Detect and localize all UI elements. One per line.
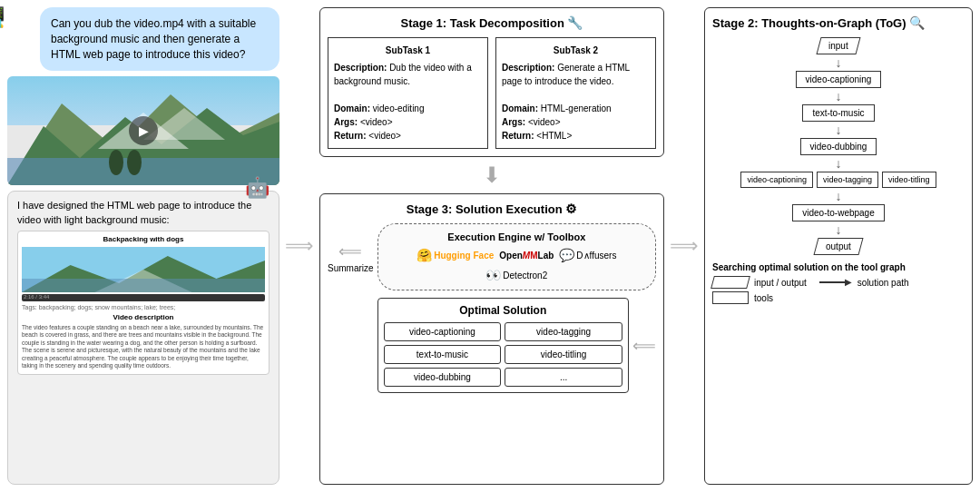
legend-arrow-line (819, 281, 847, 283)
subtask1-desc: Description: Dub the video with a backgr… (334, 61, 482, 88)
search-icon: 🔍 (909, 15, 925, 30)
tog-node-vdub: video-dubbing (800, 138, 877, 155)
tog-branch-row: video-captioning video-tagging video-tit… (740, 172, 936, 188)
stage2-title: Stage 2: Thoughts-on-Graph (ToG) 🔍 (712, 15, 965, 30)
legend-arrow-item: solution path (819, 278, 909, 288)
tog-node-t2m: text-to-music (802, 104, 874, 122)
wrench-icon: 🔧 (567, 15, 583, 30)
tog-node-vcap2: video-captioning (740, 172, 813, 188)
legend-title: Searching optimal solution on the tool g… (712, 262, 965, 272)
tog-node-v2web: video-to-webpage (792, 204, 885, 221)
subtask1-box: SubTask 1 Description: Dub the video wit… (328, 37, 488, 149)
left-column: 🧑‍💻 Can you dub the video.mp4 with a sui… (7, 7, 279, 485)
logo-diffusers: 💬 D∧ffusers (559, 248, 616, 262)
engine-title: Execution Engine w/ Toolbox (389, 231, 644, 242)
tog-arrow-1: ↓ (836, 56, 842, 69)
tog-arrow-6: ↓ (836, 223, 842, 236)
legend-arrow-label: solution path (858, 278, 909, 288)
hf-emoji: 🤗 (416, 248, 432, 262)
subtask1-domain: Domain: video-editing (334, 102, 482, 115)
svg-point-6 (127, 150, 142, 175)
legend-row-2: tools (712, 291, 965, 304)
middle-column: Stage 1: Task Decomposition 🔧 SubTask 1 … (319, 7, 664, 485)
tog-graph: input ↓ video-captioning ↓ text-to-music… (712, 37, 965, 255)
svg-point-5 (109, 150, 123, 175)
svg-rect-4 (7, 158, 279, 185)
tog-arrow-3: ↓ (836, 123, 842, 136)
video-preview: ▶ (7, 76, 279, 185)
engine-logos: 🤗 Hugging Face OpenMMLab 💬 D∧ffusers (389, 248, 644, 282)
stage1-box: Stage 1: Task Decomposition 🔧 SubTask 1 … (319, 7, 664, 157)
legend-rect-shape (712, 291, 749, 304)
tog-node-vcap1: video-captioning (796, 71, 882, 88)
subtask2-domain: Domain: HTML-generation (502, 102, 650, 115)
mini-video-bar: 2:16 / 3:44 (22, 294, 265, 301)
play-icon: ▶ (139, 123, 149, 138)
solution-cell-5: video-dubbing (384, 368, 502, 387)
legend-para-label: input / output (754, 278, 807, 288)
subtask2-desc: Description: Generate a HTML page to int… (502, 61, 650, 88)
tog-node-vtitle: video-titling (882, 172, 936, 188)
stage3-content: Execution Engine w/ Toolbox 🤗 Hugging Fa… (377, 223, 656, 393)
mini-desc-title: Video description (22, 313, 265, 322)
left-arrow-big: ⟸ (338, 241, 362, 261)
stage1-title: Stage 1: Task Decomposition 🔧 (328, 15, 656, 30)
mini-webpage-title: Backpacking with dogs (22, 235, 265, 244)
legend-box: Searching optimal solution on the tool g… (712, 262, 965, 304)
mini-webpage: Backpacking with dogs 2:16 / 3:44 Tags: … (17, 231, 270, 375)
solution-cell-2: video-tagging (505, 322, 622, 341)
subtask1-return: Return: <video> (334, 129, 482, 143)
stage3-box: Stage 3: Solution Execution ⚙ ⟸ Summariz… (319, 193, 664, 485)
subtask2-label: SubTask 2 (502, 44, 650, 57)
tog-node-output: output (814, 238, 864, 255)
response-bubble: 🤖 I have designed the HTML web page to i… (7, 191, 279, 485)
subtask2-box: SubTask 2 Description: Generate a HTML p… (495, 37, 656, 149)
execution-engine: Execution Engine w/ Toolbox 🤗 Hugging Fa… (377, 223, 656, 290)
optimal-solution-area: Optimal Solution video-captioning video-… (377, 298, 656, 393)
mini-tags: Tags: backpacking; dogs; snow mountains;… (22, 303, 265, 311)
logo-openmmlab: OpenMMLab (499, 251, 554, 261)
logo-detectron: 👀 Detectron2 (485, 268, 547, 282)
tog-arrow-5: ↓ (836, 190, 842, 202)
legend-para-shape (710, 276, 750, 289)
gear-icon: ⚙ (565, 202, 577, 216)
middle-to-right-arrow: ⟹ (671, 7, 697, 485)
robot-icon: 🤖 (245, 175, 270, 202)
response-header-text: I have designed the HTML web page to int… (17, 199, 270, 227)
user-chat-bubble: Can you dub the video.mp4 with a suitabl… (40, 7, 279, 71)
stage1-to-stage3-arrow-area: ⬇ (319, 162, 664, 188)
tog-node-input: input (817, 37, 861, 54)
diffusers-text: D∧ffusers (576, 251, 616, 261)
right-arrow-icon2: ⟹ (670, 234, 699, 258)
right-column: Stage 2: Thoughts-on-Graph (ToG) 🔍 input… (704, 7, 973, 485)
summarize-label: Summarize (328, 263, 374, 273)
solution-cell-4: video-titling (505, 345, 622, 364)
solution-cell-6: ... (505, 368, 622, 387)
openmmlab-text: OpenMMLab (499, 251, 554, 261)
summarize-area: ⟸ Summarize (328, 223, 374, 273)
mini-desc-text: The video features a couple standing on … (22, 324, 265, 370)
subtask-row: SubTask 1 Description: Dub the video wit… (328, 37, 656, 149)
user-chat-wrapper: 🧑‍💻 Can you dub the video.mp4 with a sui… (7, 7, 279, 71)
solution-grid: video-captioning video-tagging text-to-m… (384, 322, 622, 387)
solution-cell-1: video-captioning (384, 322, 502, 341)
subtask1-args: Args: <video> (334, 115, 482, 129)
mountain-bg: ▶ (7, 76, 279, 185)
right-arrow-icon: ⟹ (285, 234, 314, 258)
detectron-text: Detectron2 (503, 271, 547, 280)
optimal-title: Optimal Solution (384, 304, 622, 317)
diffusers-emoji: 💬 (559, 248, 574, 262)
down-arrow: ⬇ (483, 162, 501, 188)
subtask2-return: Return: <HTML> (502, 129, 650, 143)
stage2-content: input ↓ video-captioning ↓ text-to-music… (712, 37, 965, 255)
play-button[interactable]: ▶ (129, 116, 158, 145)
mini-image (22, 247, 265, 292)
left-to-stage1-arrow: ⟹ (287, 7, 312, 485)
subtask2-args: Args: <video> (502, 115, 650, 129)
user-message-text: Can you dub the video.mp4 with a suitabl… (51, 17, 256, 61)
stage2-box: Stage 2: Thoughts-on-Graph (ToG) 🔍 input… (704, 7, 973, 485)
legend-rect-label: tools (754, 293, 773, 303)
hf-text: Hugging Face (434, 251, 494, 261)
tog-arrow-2: ↓ (836, 90, 842, 103)
tog-node-vtag: video-tagging (817, 172, 878, 188)
